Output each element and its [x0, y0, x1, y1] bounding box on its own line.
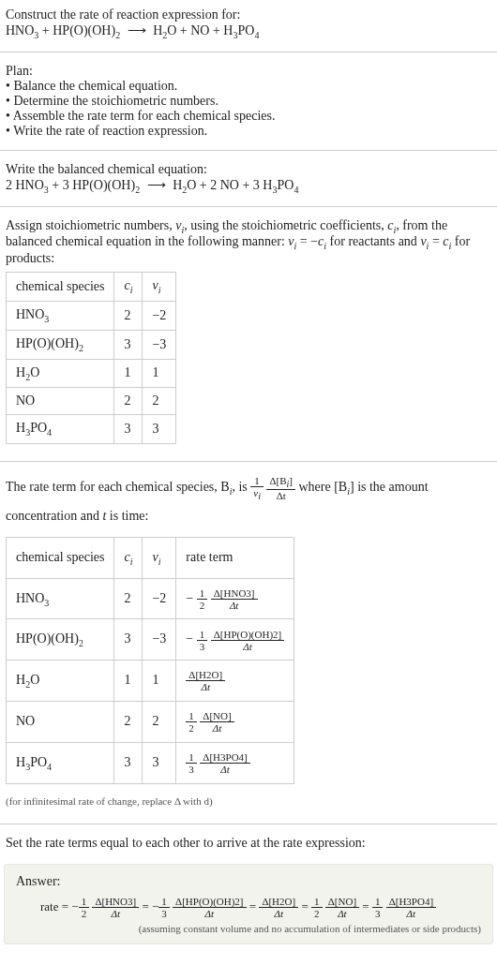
delta-fraction: Δ[H3PO4]Δt	[200, 751, 249, 775]
balanced-title: Write the balanced chemical equation:	[6, 162, 491, 177]
balanced-section: Write the balanced chemical equation: 2 …	[0, 155, 497, 202]
cell-species: H3PO4	[7, 742, 114, 783]
table-header-row: chemical species ci νi rate term	[7, 537, 294, 578]
answer-equation: rate = −12 Δ[HNO3]Δt = −13 Δ[HP(O)(OH)2]…	[16, 895, 481, 920]
subscript-i: i	[130, 557, 133, 567]
cell-nui: 3	[143, 415, 176, 444]
coeff-fraction: 12	[79, 896, 90, 919]
fraction-numerator: Δ[NO]	[325, 896, 359, 908]
cell-ci: 1	[114, 661, 143, 702]
fraction-denominator: Δt	[211, 641, 284, 652]
cell-nui: −3	[143, 619, 176, 661]
rate-term-intro: The rate term for each chemical species,…	[6, 473, 491, 531]
col-ci: ci	[114, 537, 143, 578]
text: , is	[232, 480, 250, 494]
cell-ci: 2	[114, 701, 143, 742]
cell-nui: 1	[143, 359, 176, 388]
fraction-numerator: Δ[HP(O)(OH)2]	[173, 896, 246, 908]
table-header-row: chemical species ci νi	[7, 273, 176, 302]
eq-sub: 4	[294, 185, 298, 195]
coeff-fraction: 13	[186, 751, 197, 775]
neg-sign: −	[186, 631, 193, 646]
species-sub: 3	[44, 314, 49, 324]
cell-nui: −2	[143, 301, 176, 330]
table-row: HP(O)(OH)2 3 −3 − 13 Δ[HP(O)(OH)2]Δt	[7, 619, 294, 661]
cell-species: HNO3	[7, 578, 114, 619]
text: , using the stoichiometric coefficients,	[184, 218, 387, 232]
cell-ci: 2	[114, 578, 143, 619]
fraction-numerator: 1	[158, 896, 170, 908]
delta-fraction: Δ[HNO3]Δt	[211, 587, 258, 611]
question-header: Construct the rate of reaction expressio…	[0, 0, 497, 48]
cell-species: H2O	[7, 359, 114, 388]
cell-nui: 3	[143, 742, 176, 783]
cell-ci: 3	[114, 415, 143, 444]
table-row: H2O 1 1	[7, 359, 176, 388]
subscript-i: i	[258, 491, 261, 501]
fraction-denominator: Δt	[92, 908, 139, 919]
stoich-section: Assign stoichiometric numbers, νi, using…	[0, 211, 497, 458]
fraction-numerator: Δ[H3PO4]	[386, 896, 436, 908]
fraction-numerator: Δ[HNO3]	[92, 896, 139, 908]
eq-text: PO	[277, 178, 294, 192]
coeff-fraction: 12	[197, 587, 208, 611]
col-nui: νi	[143, 537, 176, 578]
text: Assign stoichiometric numbers,	[6, 218, 175, 232]
delta-fraction: Δ[NO]Δt	[325, 896, 359, 919]
prompt-text: Construct the rate of reaction expressio…	[6, 7, 491, 22]
eq-text: + 3 HP(O)(OH)	[49, 178, 135, 192]
fraction-denominator: 2	[79, 908, 90, 919]
eq-text: O + NO + H	[167, 23, 233, 37]
eq-text: HNO	[6, 23, 34, 37]
fraction-numerator: 1	[186, 710, 197, 722]
fraction-denominator: 3	[186, 764, 197, 775]
subscript-i: i	[158, 285, 161, 295]
delta-t: Δt	[277, 490, 286, 501]
final-section: Set the rate terms equal to each other t…	[0, 828, 497, 858]
text: where [B	[298, 480, 347, 494]
fraction-numerator: Δ[H3PO4]	[200, 751, 249, 764]
arrow-icon: ⟶	[143, 178, 170, 192]
plan-bullet: • Write the rate of reaction expression.	[6, 124, 491, 139]
neg-sign: −	[152, 899, 158, 913]
stoichiometry-table: chemical species ci νi HNO3 2 −2 HP(O)(O…	[6, 272, 176, 444]
fraction-numerator: Δ[H2O]	[186, 669, 225, 681]
cell-nui: 2	[143, 701, 176, 742]
delta-fraction: Δ[HNO3]Δt	[92, 896, 139, 919]
species-text: HP(O)(OH)	[16, 631, 79, 646]
text: Δ[B	[269, 475, 286, 486]
cell-rate-term: 13 Δ[H3PO4]Δt	[176, 742, 294, 783]
infinitesimal-note: (for infinitesimal rate of change, repla…	[6, 790, 491, 812]
species-sub: 4	[47, 762, 52, 772]
species-text: O	[30, 673, 39, 687]
plan-section: Plan: • Balance the chemical equation. •…	[0, 56, 497, 146]
fraction-numerator: Δ[HP(O)(OH)2]	[211, 629, 284, 641]
final-intro: Set the rate terms equal to each other t…	[6, 836, 491, 851]
divider	[0, 52, 497, 52]
table-row: HNO3 2 −2 − 12 Δ[HNO3]Δt	[7, 578, 294, 619]
species-text: H	[16, 365, 25, 379]
table-row: HNO3 2 −2	[7, 301, 176, 330]
fraction-numerator: 1	[372, 896, 384, 908]
col-nui: νi	[143, 273, 176, 302]
cell-species: H2O	[7, 661, 114, 702]
cell-ci: 2	[114, 301, 143, 330]
delta-fraction: Δ[H2O]Δt	[186, 669, 225, 692]
fraction-denominator: 3	[372, 908, 384, 919]
equals: =	[362, 899, 372, 913]
cell-nui: 1	[143, 661, 176, 702]
rate-term-section: The rate term for each chemical species,…	[0, 466, 497, 820]
equals: =	[142, 899, 152, 913]
divider	[0, 461, 497, 462]
cell-ci: 2	[114, 388, 143, 415]
cell-rate-term: 12 Δ[NO]Δt	[176, 701, 294, 742]
col-species: chemical species	[7, 537, 114, 578]
cell-nui: −3	[143, 330, 176, 359]
text: =	[429, 234, 443, 248]
plan-bullet: • Balance the chemical equation.	[6, 79, 491, 94]
coeff-fraction: 13	[197, 629, 208, 652]
fraction-denominator: Δt	[386, 908, 436, 919]
species-sub: 4	[47, 427, 52, 438]
species-text: PO	[30, 755, 47, 769]
cell-species: NO	[7, 388, 114, 415]
